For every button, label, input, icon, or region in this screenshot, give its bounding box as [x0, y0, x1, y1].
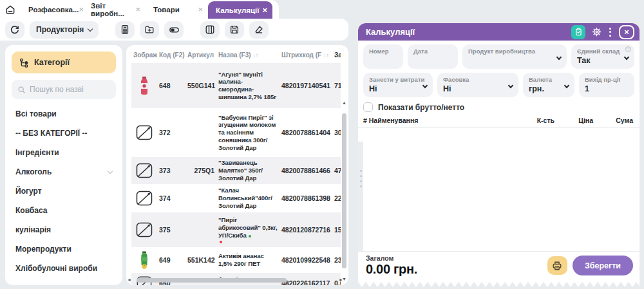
- more-menu-icon[interactable]: [608, 26, 612, 38]
- col-header-name[interactable]: Назва (F3) ↓↑: [216, 50, 279, 60]
- calculator-icon: [120, 24, 130, 35]
- close-icon[interactable]: ×: [135, 5, 140, 14]
- tab-zvit-vyrobn[interactable]: Звіт виробн... ×: [83, 0, 146, 19]
- toggle-view-button[interactable]: [164, 21, 184, 39]
- production-product-select[interactable]: Продукт виробництва: [462, 44, 567, 69]
- calculator-button[interactable]: [115, 21, 135, 39]
- receipt-edge: [358, 282, 639, 287]
- sidebar-item-yogurt[interactable]: Йогурт: [12, 182, 116, 201]
- table-row[interactable]: 648 550G141 "Агуня" Імуніті малина-сморо…: [131, 63, 341, 108]
- checkbox-unchecked[interactable]: [363, 102, 373, 112]
- calculation-panel: Калькуляції × Номер Дата Продукт виробни…: [358, 23, 639, 282]
- company-selector-label: Продукторія: [36, 25, 84, 34]
- total-label: Загалом: [366, 254, 417, 262]
- col-header-sku[interactable]: Артикул: [185, 50, 216, 60]
- no-image-icon: [136, 124, 153, 141]
- gross-net-toggle[interactable]: Показати брутто/нетто: [358, 97, 639, 112]
- save-button[interactable]: Зберегти: [573, 256, 633, 275]
- col-header-code[interactable]: Код (F2) ↓↑: [157, 50, 185, 60]
- tab-kalkulyatsii-active[interactable]: Калькуляції ×: [208, 1, 272, 19]
- products-table-panel: Зображ. Код (F2) ↓↑ Артикул Назва (F3) ↓…: [126, 45, 348, 285]
- single-warehouse-select[interactable]: Єдиний склад Так ?: [571, 44, 634, 69]
- items-table-header: # Найменування К-сть Ціна Сума: [358, 112, 639, 128]
- scroll-left-icon[interactable]: ◄: [127, 277, 131, 282]
- vertical-scrollbar[interactable]: ▲ ▼: [341, 107, 347, 275]
- help-icon[interactable]: ?: [625, 46, 631, 52]
- home-button[interactable]: [0, 0, 21, 19]
- add-folder-button[interactable]: [140, 21, 159, 39]
- scroll-up-icon[interactable]: ▲: [341, 100, 347, 105]
- columns-icon: [205, 24, 215, 35]
- table-row[interactable]: 373 275Q1 "Завиванець Малятко" 350г/ Зол…: [131, 157, 341, 184]
- expense-select[interactable]: Занести у витрати Ні: [363, 73, 433, 97]
- table-row[interactable]: 375 "Пиріг абрикосовий" 0,3кг, УП/Скиба …: [131, 212, 341, 247]
- category-list: Всі товари -- БЕЗ КАТЕГОРІЇ -- Інгредієн…: [12, 104, 116, 278]
- sort-icon[interactable]: ↓↑: [323, 52, 329, 59]
- table-row[interactable]: 649 551K142 Активія ананас 1,5% 290г ПЕТ…: [131, 247, 341, 273]
- no-image-icon: [136, 190, 153, 207]
- no-image-icon: [136, 162, 153, 179]
- products-table-header: Зображ. Код (F2) ↓↑ Артикул Назва (F3) ↓…: [131, 46, 341, 63]
- sidebar-item-alcohol[interactable]: Алкоголь: [12, 162, 116, 182]
- tree-icon: [19, 58, 29, 68]
- categories-title: Категорії: [34, 58, 70, 67]
- search-icon: [17, 86, 26, 94]
- status-dot-red: [220, 241, 222, 243]
- resize-handle[interactable]: [358, 142, 363, 251]
- sidebar-item-kovbasa[interactable]: Ковбаса: [12, 201, 116, 220]
- output-quantity-field[interactable]: Вихід пр-ції 1: [579, 73, 634, 97]
- eraser-button[interactable]: [249, 21, 269, 39]
- save-layout-button[interactable]: [225, 21, 244, 39]
- sidebar-item-ingredients[interactable]: Інгредієнти: [12, 143, 116, 162]
- tab-label: Звіт виробн...: [91, 2, 135, 17]
- col-header-image[interactable]: Зображ.: [131, 50, 157, 60]
- company-selector[interactable]: Продукторія: [30, 21, 99, 39]
- scrollbar-thumb[interactable]: [137, 278, 287, 283]
- packing-select[interactable]: Фасовка Ні: [437, 73, 518, 97]
- close-icon[interactable]: ×: [262, 5, 267, 15]
- product-image-green-bottle: [138, 251, 150, 269]
- chevron-down-icon: [108, 168, 113, 173]
- sidebar-item-all-goods[interactable]: Всі товари: [12, 104, 116, 124]
- items-list-empty: [358, 136, 639, 251]
- checklist-button[interactable]: [571, 25, 585, 39]
- category-search-input[interactable]: [30, 85, 107, 94]
- col-header-barcode[interactable]: Штрихкод (F ↓↑: [279, 50, 332, 60]
- chevron-down-icon: [556, 55, 562, 60]
- categories-header-button[interactable]: Категорії: [12, 51, 116, 73]
- table-row[interactable]: 374 "Калач Волинський"400г/ Золотий Дар …: [131, 184, 341, 212]
- panel-title: Калькуляції: [366, 27, 415, 37]
- toggle-icon: [169, 24, 180, 35]
- refresh-button[interactable]: [5, 21, 24, 39]
- close-icon[interactable]: ×: [198, 5, 203, 14]
- status-dot-green: [249, 235, 251, 238]
- table-row[interactable]: 372 "Бабусин Пиріг" зі згущеним молоком …: [131, 108, 341, 157]
- tab-tovary[interactable]: Товари ×: [146, 0, 208, 19]
- col-header-stock[interactable]: Зал: [332, 50, 341, 60]
- tab-label: Калькуляції: [216, 6, 259, 14]
- currency-select[interactable]: Валюта грн.: [523, 73, 574, 97]
- folder-plus-icon: [144, 24, 155, 35]
- home-icon: [5, 4, 16, 15]
- number-field[interactable]: Номер: [363, 44, 403, 69]
- sidebar-item-no-category[interactable]: -- БЕЗ КАТЕГОРІЇ --: [12, 124, 116, 143]
- gear-icon[interactable]: [592, 27, 601, 37]
- print-button[interactable]: [547, 256, 567, 275]
- tab-rozfasovka[interactable]: Розфасовка... ×: [21, 0, 83, 19]
- sidebar-item-kulinaria[interactable]: кулінарія: [12, 220, 116, 239]
- scrollbar-thumb[interactable]: [342, 113, 346, 268]
- date-field[interactable]: Дата: [408, 44, 458, 69]
- sort-icon[interactable]: ↓↑: [252, 52, 258, 59]
- scroll-right-icon[interactable]: ►: [339, 277, 343, 282]
- columns-button[interactable]: [200, 21, 220, 39]
- category-search[interactable]: [12, 80, 116, 99]
- no-image-icon: [136, 221, 153, 238]
- total-value: 0.00 грн.: [366, 262, 417, 277]
- save-icon: [229, 24, 240, 35]
- categories-sidebar: Категорії Всі товари -- БЕЗ КАТЕГОРІЇ --…: [5, 45, 122, 285]
- sidebar-item-bakery[interactable]: Хлібобулочні вироби: [12, 259, 116, 278]
- tab-bar: Розфасовка... × Звіт виробн... × Товари …: [0, 0, 279, 19]
- sidebar-item-seafood[interactable]: Морепродукти: [12, 239, 116, 259]
- horizontal-scrollbar[interactable]: ◄ ►: [130, 277, 338, 283]
- close-panel-button[interactable]: ×: [619, 25, 634, 39]
